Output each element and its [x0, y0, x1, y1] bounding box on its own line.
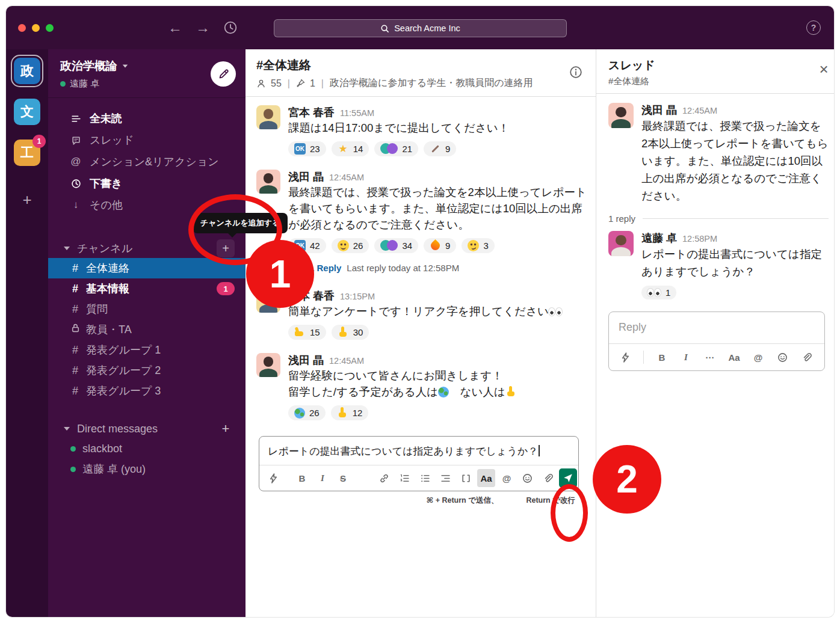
sidebar-item-all-unread[interactable]: 全未読	[48, 108, 246, 129]
bolt-button[interactable]	[616, 348, 634, 366]
ordered-list-button[interactable]	[395, 469, 413, 487]
italic-button[interactable]: I	[313, 469, 332, 487]
reaction-smirk[interactable]: 3	[462, 238, 494, 253]
members-count[interactable]: 55	[271, 78, 282, 89]
close-window-button[interactable]	[18, 24, 26, 32]
search-input[interactable]: Search Acme Inc	[274, 19, 567, 37]
message-header: 遠藤 卓12:58PM	[641, 231, 829, 245]
bolt-button[interactable]	[264, 469, 282, 487]
maximize-window-button[interactable]	[46, 24, 54, 32]
fire-emoji	[429, 239, 442, 252]
history-clock-icon[interactable]	[223, 20, 238, 35]
reaction-eyes[interactable]: 1	[641, 286, 676, 299]
code-button[interactable]	[354, 469, 372, 487]
sidebar-channel-7[interactable]: #発表グループ 3	[48, 381, 246, 401]
attach-button[interactable]	[797, 348, 815, 366]
bold-button[interactable]: B	[293, 469, 311, 487]
help-icon[interactable]: ?	[806, 20, 821, 35]
avatar[interactable]	[256, 170, 280, 194]
add-channel-button[interactable]: +	[217, 239, 235, 257]
avatar[interactable]	[256, 289, 280, 313]
avatar[interactable]	[608, 231, 634, 256]
reaction-pen[interactable]: 9	[424, 141, 456, 156]
mention-button[interactable]: @	[498, 469, 516, 487]
reaction-globe[interactable]: 26	[288, 405, 326, 420]
pins-count[interactable]: 1	[310, 78, 315, 89]
thread-channel-name[interactable]: #全体連絡	[608, 76, 819, 87]
composer-text: レポートの提出書式については指定ありますでしょうか？	[268, 446, 538, 457]
reaction-ok-duo[interactable]: 21	[374, 141, 418, 156]
thread-reply-link-bar[interactable]: 1 ReplyLast reply today at 12:58PM	[288, 260, 582, 275]
avatar[interactable]	[608, 103, 634, 128]
workspace-button-3[interactable]: 工1	[14, 140, 40, 166]
avatar[interactable]	[256, 105, 280, 129]
new-message-button[interactable]	[211, 61, 236, 87]
strikethrough-button[interactable]: S	[334, 469, 352, 487]
message-author[interactable]: 宮本 春香	[288, 289, 335, 303]
avatar[interactable]	[256, 353, 280, 377]
message-author[interactable]: 宮本 春香	[288, 105, 335, 120]
message-author[interactable]: 浅田 晶	[288, 353, 324, 367]
ellipsis-button[interactable]: ···	[701, 348, 719, 366]
emoji-button[interactable]	[773, 348, 791, 366]
reaction-smile[interactable]: 26	[332, 238, 369, 253]
person-ok-duo-emoji	[380, 240, 398, 251]
reaction-ok[interactable]: OK42	[288, 238, 326, 253]
sidebar-dm-2[interactable]: 遠藤 卓 (you)	[48, 459, 246, 479]
workspace-button-1[interactable]: 政	[14, 58, 40, 84]
reaction-fire[interactable]: 9	[424, 238, 456, 253]
bulleted-list-button[interactable]	[416, 469, 434, 487]
reaction-thumb[interactable]: 15	[288, 325, 326, 340]
message-input[interactable]: レポートの提出書式については指定ありますでしょうか？	[259, 437, 578, 465]
format-button[interactable]: Aa	[477, 469, 495, 487]
reaction-count: 3	[483, 241, 488, 251]
bold-button[interactable]: B	[653, 348, 671, 366]
sidebar-item-threads[interactable]: スレッド	[48, 129, 246, 151]
hash-icon: #	[70, 364, 80, 377]
thread-reply-input[interactable]: Reply	[609, 312, 824, 343]
reaction-count: 9	[445, 241, 450, 251]
workspace-menu[interactable]: 政治学概論	[60, 58, 128, 74]
reply-count-link[interactable]: 1 Reply	[309, 263, 341, 273]
emoji-button[interactable]	[518, 469, 536, 487]
reaction-sparkles[interactable]: ★14	[332, 141, 369, 156]
reaction-count: 34	[402, 241, 412, 251]
link-button[interactable]	[375, 469, 393, 487]
italic-button[interactable]: I	[677, 348, 695, 366]
sidebar-dm-1[interactable]: slackbot	[48, 438, 246, 459]
channels-section-header[interactable]: チャンネル +	[48, 239, 246, 258]
reaction-ok[interactable]: OK23	[288, 141, 326, 156]
reaction-ok-duo[interactable]: 34	[374, 238, 418, 253]
sidebar-channel-4[interactable]: 教員・TA	[48, 319, 246, 340]
sidebar-channel-6[interactable]: #発表グループ 2	[48, 360, 246, 381]
indent-list-button[interactable]	[436, 469, 454, 487]
sidebar-item-drafts[interactable]: 下書き	[48, 173, 246, 194]
reaction-point[interactable]: 12	[331, 405, 369, 420]
minimize-window-button[interactable]	[32, 24, 40, 32]
history-back-button[interactable]: ←	[168, 19, 182, 36]
reaction-point[interactable]: 30	[332, 325, 369, 340]
message-author[interactable]: 遠藤 卓	[641, 231, 677, 245]
sidebar-channel-5[interactable]: #発表グループ 1	[48, 340, 246, 360]
message-author[interactable]: 浅田 晶	[641, 103, 677, 117]
format-button[interactable]: Aa	[725, 348, 743, 366]
channel-info-icon[interactable]	[569, 66, 582, 81]
send-button[interactable]	[559, 468, 577, 488]
mention-button[interactable]: @	[749, 348, 767, 366]
channel-topic[interactable]: 政治学概論に参加する学生・教職員間の連絡用	[330, 77, 533, 90]
channel-title[interactable]: #全体連絡	[256, 57, 569, 73]
dm-section-header[interactable]: Direct messages +	[48, 419, 246, 438]
history-forward-button[interactable]: →	[196, 19, 210, 36]
message-author[interactable]: 浅田 晶	[288, 170, 324, 184]
sidebar-channel-2[interactable]: #基本情報1	[48, 278, 246, 299]
divider-rule	[643, 218, 829, 219]
sidebar-channel-3[interactable]: #質問	[48, 299, 246, 319]
add-workspace-button[interactable]: +	[16, 189, 38, 210]
sidebar-channel-1[interactable]: #全体連絡	[48, 258, 246, 278]
sidebar-item-mention[interactable]: @メンション&リアクション	[48, 151, 246, 173]
workspace-button-2[interactable]: 文	[14, 99, 40, 125]
close-thread-icon[interactable]: ×	[819, 61, 828, 77]
code-block-button[interactable]	[457, 469, 475, 487]
attach-button[interactable]	[539, 469, 557, 487]
add-dm-button[interactable]: +	[217, 420, 235, 438]
